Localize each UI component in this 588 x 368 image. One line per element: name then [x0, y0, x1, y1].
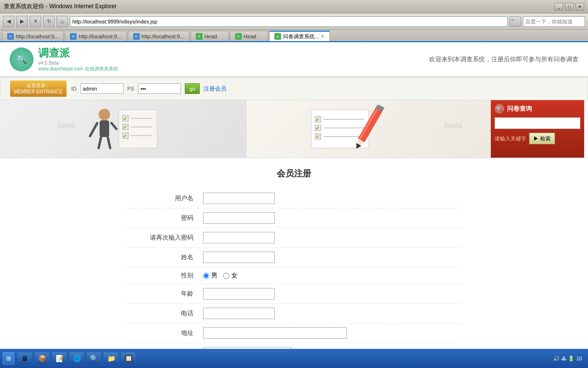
page-content: 🔍 调查派 v4.5 Beta www.diaochapai.com 在线调查表… [0, 42, 588, 368]
password-label: 密码 [126, 208, 198, 228]
svg-point-0 [99, 109, 110, 120]
id-input[interactable] [80, 83, 124, 94]
forward-btn[interactable]: ▶ [16, 16, 28, 27]
stop-btn[interactable]: ✕ [30, 16, 41, 27]
phone-label: 电话 [126, 304, 198, 323]
svg-text:✓: ✓ [316, 117, 319, 122]
taskbar-app-3[interactable]: 📝 [52, 352, 67, 365]
tab-1-label: http://localhost:9... [16, 34, 58, 39]
logo-icon: 🔍 [10, 47, 34, 71]
watermark-left: fotolia [57, 122, 75, 129]
main-content: 会员注册 用户名 密码 请再次输入密码 姓名 [0, 158, 588, 368]
start-button[interactable]: ⊞ [2, 351, 15, 366]
tab-1[interactable]: e http://localhost:9... [2, 31, 64, 41]
gender-row: 性别 男 女 [126, 267, 462, 284]
address-input[interactable] [203, 327, 347, 339]
age-input[interactable] [203, 288, 275, 299]
tab-active-favicon: e [274, 33, 281, 40]
username-input[interactable] [203, 193, 275, 204]
tab-head-2-favicon: e [235, 33, 242, 40]
gender-female-radio[interactable] [223, 273, 229, 279]
confirm-password-row: 请再次输入密码 [126, 228, 462, 248]
tab-head-1-label: Head [204, 34, 217, 39]
name-row: 姓名 [126, 248, 462, 267]
form-title: 会员注册 [10, 168, 578, 179]
browser-search-input[interactable] [523, 16, 585, 27]
tab-2[interactable]: e http://localhost:9... [65, 31, 126, 41]
svg-text:✓: ✓ [123, 125, 127, 130]
confirm-password-input[interactable] [203, 232, 275, 243]
svg-line-4 [99, 137, 101, 148]
tab-head-1-favicon: e [196, 33, 203, 40]
gender-label: 性别 [126, 267, 198, 284]
tab-3-label: http://localhost:9... [142, 34, 184, 39]
tab-3-favicon: e [133, 33, 140, 40]
banner-figure-svg: ✓ ✓ ✓ [85, 105, 162, 153]
tab-close-btn[interactable]: ✕ [321, 34, 325, 39]
refresh-btn[interactable]: ↻ [43, 16, 55, 27]
logo-version-text: v4.5 Beta [38, 60, 118, 66]
taskbar-app-2[interactable]: 📦 [34, 352, 50, 365]
address-bar-container: → [70, 16, 521, 27]
survey-search-button[interactable]: ▶ 检索 [529, 133, 555, 144]
member-badge: 会员登录： MEMBER ENTRANCE [10, 80, 67, 97]
taskbar-app-4[interactable]: 🌐 [69, 352, 84, 365]
back-btn[interactable]: ◀ [3, 16, 14, 27]
taskbar-app-5[interactable]: 🔍 [86, 352, 102, 365]
tab-head-1[interactable]: e Head [191, 31, 229, 41]
tab-3[interactable]: e http://localhost:9... [128, 31, 190, 41]
taskbar-app-7[interactable]: 🔲 [121, 352, 136, 365]
age-label: 年龄 [126, 284, 198, 304]
svg-rect-1 [100, 120, 109, 137]
member-form: ID PS go 注册会员 [71, 83, 578, 94]
close-btn[interactable]: ✕ [576, 3, 584, 11]
watermark-right: fotolia [444, 122, 462, 129]
username-row: 用户名 [126, 189, 462, 208]
header-slogan: 欢迎来到本调查系统，注册后你即可参与所有问卷调查 [429, 55, 578, 64]
window-controls[interactable]: _ □ ✕ [554, 3, 584, 11]
name-input[interactable] [203, 252, 275, 263]
taskbar-app-6[interactable]: 📁 [103, 352, 119, 365]
minimize-btn[interactable]: _ [554, 3, 563, 11]
home-btn[interactable]: ⌂ [57, 16, 68, 27]
gender-female-label[interactable]: 女 [223, 271, 237, 280]
address-bar[interactable] [70, 16, 508, 27]
site-header: 🔍 调查派 v4.5 Beta www.diaochapai.com 在线调查表… [0, 42, 588, 77]
registration-form: 用户名 密码 请再次输入密码 姓名 [126, 189, 462, 368]
title-text: 查查系统欢迎你 - Windows Internet Explorer [4, 2, 116, 11]
taskbar-app-1[interactable]: 🖥 [17, 352, 33, 365]
tray-icons: 🔊 🖧 🔋 [553, 356, 575, 362]
browser-tabs: e http://localhost:9... e http://localho… [0, 30, 588, 42]
svg-line-2 [90, 123, 97, 136]
maximize-btn[interactable]: □ [565, 3, 574, 11]
phone-input[interactable] [203, 308, 275, 319]
survey-search-icon: 🔍 [495, 104, 504, 114]
survey-search-row: 请输入关键字 ▶ 检索 [495, 133, 580, 144]
tab-2-label: http://localhost:9... [79, 34, 121, 39]
id-label: ID [71, 86, 77, 92]
gender-male-radio[interactable] [203, 273, 209, 279]
gender-male-label[interactable]: 男 [203, 271, 217, 280]
logo-sub-text: www.diaochapai.com 在线调查表系统 [38, 66, 118, 72]
taskbar: ⊞ 🖥 📦 📝 🌐 🔍 📁 🔲 🔊 🖧 🔋 10 [0, 349, 588, 368]
tab-2-favicon: e [70, 33, 77, 40]
logo-main-text: 调查派 [38, 46, 118, 60]
member-badge-line1: 会员登录： [26, 82, 50, 89]
tab-head-2[interactable]: e Head [230, 31, 268, 41]
member-badge-line2: MEMBER ENTRANCE [14, 89, 63, 95]
tab-active[interactable]: e 问卷调查系统... ✕ [269, 31, 330, 41]
browser-toolbar: ◀ ▶ ✕ ↻ ⌂ → [0, 13, 588, 30]
phone-row: 电话 [126, 304, 462, 323]
username-label: 用户名 [126, 189, 198, 208]
banner-left: fotolia ✓ ✓ ✓ [0, 100, 247, 158]
login-button[interactable]: go [185, 83, 199, 94]
register-link[interactable]: 注册会员 [204, 85, 226, 93]
ps-input[interactable] [138, 83, 181, 94]
password-input[interactable] [203, 212, 275, 224]
confirm-password-label: 请再次输入密码 [126, 228, 198, 248]
tab-head-2-label: Head [244, 34, 256, 39]
survey-search-input[interactable] [495, 117, 580, 129]
taskbar-time: 10 [577, 356, 582, 361]
go-button[interactable]: → [509, 16, 521, 27]
address-row: 地址 [126, 323, 462, 343]
